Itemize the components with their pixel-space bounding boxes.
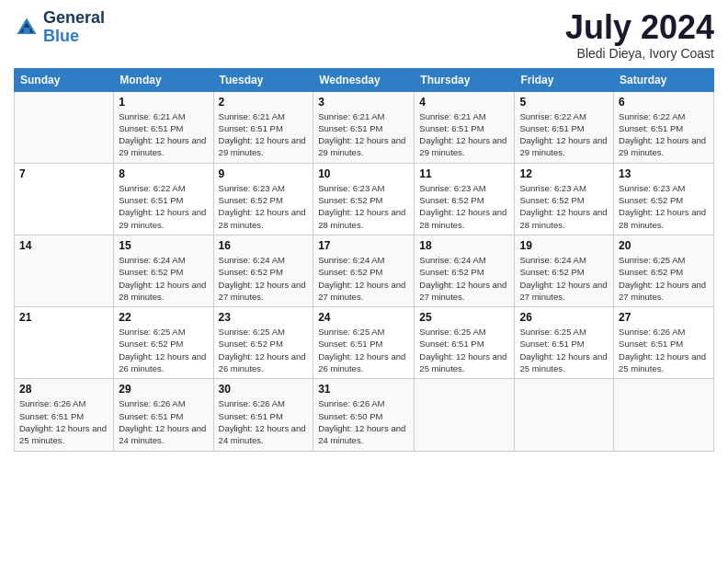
day-number: 28 <box>19 383 108 396</box>
table-row: 27Sunrise: 6:26 AM Sunset: 6:51 PM Dayli… <box>614 307 714 379</box>
day-info: Sunrise: 6:25 AM Sunset: 6:51 PM Dayligh… <box>519 326 609 374</box>
day-number: 31 <box>318 383 409 396</box>
table-row: 3Sunrise: 6:21 AM Sunset: 6:51 PM Daylig… <box>313 91 415 163</box>
day-info: Sunrise: 6:26 AM Sunset: 6:51 PM Dayligh… <box>219 397 309 446</box>
day-info: Sunrise: 6:24 AM Sunset: 6:52 PM Dayligh… <box>318 254 409 303</box>
logo-blue-text: Blue <box>43 28 105 46</box>
title-block: July 2024 Bledi Dieya, Ivory Coast <box>565 9 714 61</box>
day-number: 1 <box>119 96 208 109</box>
day-number: 22 <box>119 311 208 324</box>
table-row: 20Sunrise: 6:25 AM Sunset: 6:52 PM Dayli… <box>614 235 714 306</box>
table-row <box>614 379 714 451</box>
day-info: Sunrise: 6:22 AM Sunset: 6:51 PM Dayligh… <box>619 110 709 159</box>
day-info: Sunrise: 6:24 AM Sunset: 6:52 PM Dayligh… <box>119 254 208 303</box>
day-info: Sunrise: 6:21 AM Sunset: 6:51 PM Dayligh… <box>219 110 309 159</box>
day-number: 5 <box>519 96 609 109</box>
day-number: 2 <box>219 96 309 109</box>
day-number: 19 <box>519 239 609 252</box>
day-number: 3 <box>318 96 409 109</box>
header-tuesday: Tuesday <box>213 68 313 91</box>
day-info: Sunrise: 6:25 AM Sunset: 6:52 PM Dayligh… <box>619 254 709 303</box>
day-number: 8 <box>119 167 208 180</box>
day-number: 27 <box>619 311 709 324</box>
table-row: 1Sunrise: 6:21 AM Sunset: 6:51 PM Daylig… <box>114 91 213 163</box>
day-number: 11 <box>419 167 509 180</box>
table-row: 10Sunrise: 6:23 AM Sunset: 6:52 PM Dayli… <box>313 163 415 235</box>
day-number: 29 <box>119 383 208 396</box>
logo-general-text: General <box>43 9 105 28</box>
day-number: 14 <box>19 239 108 252</box>
day-number: 20 <box>619 239 709 252</box>
day-number: 9 <box>219 167 309 180</box>
table-row: 22Sunrise: 6:25 AM Sunset: 6:52 PM Dayli… <box>114 307 213 379</box>
table-row: 31Sunrise: 6:26 AM Sunset: 6:50 PM Dayli… <box>313 379 415 451</box>
day-info: Sunrise: 6:21 AM Sunset: 6:51 PM Dayligh… <box>119 110 208 159</box>
table-row: 19Sunrise: 6:24 AM Sunset: 6:52 PM Dayli… <box>515 235 614 306</box>
day-number: 30 <box>219 383 309 396</box>
logo-text: General Blue <box>43 9 105 46</box>
day-number: 6 <box>619 96 709 109</box>
table-row: 16Sunrise: 6:24 AM Sunset: 6:52 PM Dayli… <box>213 235 313 306</box>
day-number: 10 <box>318 167 409 180</box>
day-number: 13 <box>619 167 709 180</box>
header: General Blue July 2024 Bledi Dieya, Ivor… <box>14 9 714 61</box>
table-row: 13Sunrise: 6:23 AM Sunset: 6:52 PM Dayli… <box>614 163 714 235</box>
day-info: Sunrise: 6:25 AM Sunset: 6:52 PM Dayligh… <box>119 326 208 374</box>
day-number: 18 <box>419 239 509 252</box>
table-row: 29Sunrise: 6:26 AM Sunset: 6:51 PM Dayli… <box>114 379 213 451</box>
day-info: Sunrise: 6:21 AM Sunset: 6:51 PM Dayligh… <box>318 110 409 159</box>
day-number: 15 <box>119 239 208 252</box>
day-number: 12 <box>519 167 609 180</box>
day-info: Sunrise: 6:25 AM Sunset: 6:51 PM Dayligh… <box>318 326 409 374</box>
header-saturday: Saturday <box>614 68 714 91</box>
logo: General Blue <box>14 9 105 46</box>
calendar-week-row: 28Sunrise: 6:26 AM Sunset: 6:51 PM Dayli… <box>15 379 714 451</box>
calendar-week-row: 78Sunrise: 6:22 AM Sunset: 6:51 PM Dayli… <box>15 163 714 235</box>
day-info: Sunrise: 6:26 AM Sunset: 6:51 PM Dayligh… <box>19 397 108 446</box>
day-info: Sunrise: 6:26 AM Sunset: 6:51 PM Dayligh… <box>619 326 709 374</box>
day-number: 21 <box>19 311 108 324</box>
header-wednesday: Wednesday <box>313 68 415 91</box>
table-row: 11Sunrise: 6:23 AM Sunset: 6:52 PM Dayli… <box>415 163 515 235</box>
calendar-week-row: 1Sunrise: 6:21 AM Sunset: 6:51 PM Daylig… <box>15 91 714 163</box>
day-number: 23 <box>219 311 309 324</box>
svg-rect-2 <box>24 28 30 34</box>
page: General Blue July 2024 Bledi Dieya, Ivor… <box>0 0 728 563</box>
table-row: 12Sunrise: 6:23 AM Sunset: 6:52 PM Dayli… <box>515 163 614 235</box>
day-number: 16 <box>219 239 309 252</box>
day-info: Sunrise: 6:26 AM Sunset: 6:50 PM Dayligh… <box>318 397 409 446</box>
table-row: 18Sunrise: 6:24 AM Sunset: 6:52 PM Dayli… <box>415 235 515 306</box>
table-row: 5Sunrise: 6:22 AM Sunset: 6:51 PM Daylig… <box>515 91 614 163</box>
table-row: 24Sunrise: 6:25 AM Sunset: 6:51 PM Dayli… <box>313 307 415 379</box>
main-title: July 2024 <box>565 9 714 46</box>
header-sunday: Sunday <box>15 68 114 91</box>
table-row: 8Sunrise: 6:22 AM Sunset: 6:51 PM Daylig… <box>114 163 213 235</box>
calendar-header-row: Sunday Monday Tuesday Wednesday Thursday… <box>15 68 714 91</box>
day-info: Sunrise: 6:23 AM Sunset: 6:52 PM Dayligh… <box>419 182 509 231</box>
day-info: Sunrise: 6:23 AM Sunset: 6:52 PM Dayligh… <box>619 182 709 231</box>
calendar-table: Sunday Monday Tuesday Wednesday Thursday… <box>14 68 714 452</box>
calendar-week-row: 1415Sunrise: 6:24 AM Sunset: 6:52 PM Day… <box>15 235 714 306</box>
day-info: Sunrise: 6:23 AM Sunset: 6:52 PM Dayligh… <box>318 182 409 231</box>
header-thursday: Thursday <box>415 68 515 91</box>
day-number: 7 <box>19 167 108 180</box>
header-friday: Friday <box>515 68 614 91</box>
day-number: 26 <box>519 311 609 324</box>
table-row: 7 <box>15 163 114 235</box>
day-info: Sunrise: 6:23 AM Sunset: 6:52 PM Dayligh… <box>219 182 309 231</box>
table-row <box>15 91 114 163</box>
table-row: 23Sunrise: 6:25 AM Sunset: 6:52 PM Dayli… <box>213 307 313 379</box>
table-row: 9Sunrise: 6:23 AM Sunset: 6:52 PM Daylig… <box>213 163 313 235</box>
table-row: 2Sunrise: 6:21 AM Sunset: 6:51 PM Daylig… <box>213 91 313 163</box>
day-info: Sunrise: 6:22 AM Sunset: 6:51 PM Dayligh… <box>119 182 208 231</box>
table-row <box>415 379 515 451</box>
table-row: 30Sunrise: 6:26 AM Sunset: 6:51 PM Dayli… <box>213 379 313 451</box>
day-number: 25 <box>419 311 509 324</box>
day-info: Sunrise: 6:24 AM Sunset: 6:52 PM Dayligh… <box>219 254 309 303</box>
day-info: Sunrise: 6:24 AM Sunset: 6:52 PM Dayligh… <box>519 254 609 303</box>
table-row: 15Sunrise: 6:24 AM Sunset: 6:52 PM Dayli… <box>114 235 213 306</box>
table-row: 4Sunrise: 6:21 AM Sunset: 6:51 PM Daylig… <box>415 91 515 163</box>
logo-icon <box>14 15 40 40</box>
day-info: Sunrise: 6:25 AM Sunset: 6:51 PM Dayligh… <box>419 326 509 374</box>
table-row: 21 <box>15 307 114 379</box>
